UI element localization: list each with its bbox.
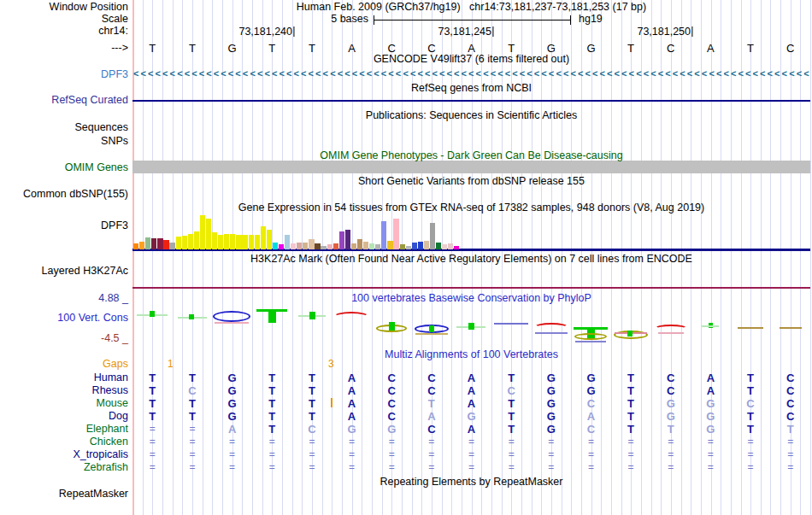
dbsnp-track-title[interactable]: Short Genetic Variants from dbSNP releas… <box>132 176 810 187</box>
gtex-expression-bar[interactable] <box>200 215 205 249</box>
gtex-expression-bar[interactable] <box>212 232 217 249</box>
alignment-base: = <box>660 436 682 448</box>
gtex-expression-bar[interactable] <box>351 243 356 249</box>
gtex-expression-bar[interactable] <box>279 244 284 249</box>
sequence-base: T <box>262 43 282 54</box>
gtex-expression-bar[interactable] <box>176 237 181 249</box>
gtex-expression-bar[interactable] <box>418 242 423 249</box>
h3k27ac-label[interactable]: Layered H3K27Ac <box>0 266 128 277</box>
gtex-expression-bar[interactable] <box>218 235 223 249</box>
species-label-zebrafish[interactable]: Zebrafish <box>0 462 128 473</box>
species-label-dog[interactable]: Dog <box>0 411 128 422</box>
genome-browser-image: Window Position Scale chr14: ---> Human … <box>0 0 812 515</box>
gtex-expression-bar[interactable] <box>442 244 447 249</box>
gtex-expression-bar[interactable] <box>230 234 235 249</box>
insertion-tick <box>331 398 332 407</box>
alignment-base: = <box>620 436 642 448</box>
gencode-track-title[interactable]: GENCODE V49lift37 (6 items filtered out) <box>132 54 810 65</box>
gtex-expression-bar[interactable] <box>255 235 260 249</box>
gtex-expression-bar[interactable] <box>273 243 278 249</box>
gtex-expression-bar[interactable] <box>333 243 338 249</box>
gtex-expression-bar[interactable] <box>145 237 150 249</box>
species-label-elephant[interactable]: Elephant <box>0 424 128 435</box>
gtex-expression-bar[interactable] <box>242 235 247 249</box>
omim-genes-label[interactable]: OMIM Genes <box>0 162 128 173</box>
repeatmasker-label[interactable]: RepeatMasker <box>0 489 128 500</box>
publications-snps-label[interactable]: SNPs <box>0 136 128 147</box>
gtex-expression-bar[interactable] <box>381 221 386 249</box>
alignment-base: T <box>620 385 642 396</box>
gtex-expression-bar[interactable] <box>424 241 429 249</box>
gtex-expression-bar[interactable] <box>363 242 368 249</box>
gtex-expression-bar[interactable] <box>188 234 193 249</box>
conservation-track-title[interactable]: 100 vertebrates Basewise Conservation by… <box>132 293 810 304</box>
gtex-expression-bar[interactable] <box>261 226 266 249</box>
gtex-expression-bar[interactable] <box>412 243 417 249</box>
gtex-expression-bar[interactable] <box>369 243 374 249</box>
gtex-expression-bar[interactable] <box>139 242 144 249</box>
gtex-expression-bar[interactable] <box>454 246 459 249</box>
omim-track-title[interactable]: OMIM Gene Phenotypes - Dark Green Can Be… <box>132 150 810 161</box>
gtex-expression-bar[interactable] <box>182 236 187 249</box>
gaps-label[interactable]: Gaps <box>0 359 128 370</box>
gtex-expression-bar[interactable] <box>249 235 254 249</box>
alignment-base: T <box>500 424 522 435</box>
gtex-expression-bar[interactable] <box>236 235 241 249</box>
gtex-expression-bar[interactable] <box>400 244 405 249</box>
gtex-expression-bar[interactable] <box>285 235 290 249</box>
repeatmasker-track-title[interactable]: Repeating Elements by RepeatMasker <box>132 477 810 488</box>
refseq-track-title[interactable]: RefSeq genes from NCBI <box>132 83 810 94</box>
gtex-expression-bar[interactable] <box>406 246 411 249</box>
gtex-expression-bar[interactable] <box>327 244 332 249</box>
publications-track-title[interactable]: Publications: Sequences in Scientific Ar… <box>132 110 810 121</box>
gtex-expression-bar[interactable] <box>194 231 199 249</box>
gtex-expression-bar[interactable] <box>151 238 156 249</box>
alignment-base: = <box>181 462 203 473</box>
gtex-expression-bar[interactable] <box>357 239 362 249</box>
species-label-chicken[interactable]: Chicken <box>0 436 128 448</box>
gtex-expression-bar[interactable] <box>224 234 229 249</box>
species-label-mouse[interactable]: Mouse <box>0 398 128 409</box>
omim-gene-bar[interactable] <box>132 161 810 173</box>
position-title: Human Feb. 2009 (GRCh37/hg19) chr14:73,1… <box>132 2 810 13</box>
gtex-expression-bar[interactable] <box>393 219 398 249</box>
gtex-expression-bar[interactable] <box>436 243 441 249</box>
gtex-expression-bar[interactable] <box>315 243 320 249</box>
gtex-gene-label[interactable]: DPF3 <box>0 220 128 231</box>
gtex-expression-bar[interactable] <box>291 243 296 249</box>
gtex-track-title[interactable]: Gene Expression in 54 tissues from GTEx … <box>132 202 810 214</box>
publications-sequences-label[interactable]: Sequences <box>0 122 128 133</box>
gtex-expression-bar[interactable] <box>448 243 453 249</box>
gtex-expression-bar[interactable] <box>297 243 302 249</box>
gtex-expression-bar[interactable] <box>206 219 211 249</box>
conservation-label[interactable]: 100 Vert. Cons <box>0 313 128 324</box>
gtex-expression-bar[interactable] <box>163 240 168 249</box>
gtex-expression-bar[interactable] <box>157 238 162 249</box>
gtex-expression-bar[interactable] <box>169 243 174 249</box>
gtex-expression-bar[interactable] <box>309 239 314 249</box>
species-label-x_tropicalis[interactable]: X_tropicalis <box>0 449 128 460</box>
species-label-human[interactable]: Human <box>0 372 128 383</box>
gtex-expression-bar[interactable] <box>430 223 435 249</box>
species-label-rhesus[interactable]: Rhesus <box>0 385 128 396</box>
gtex-expression-bar[interactable] <box>303 243 308 249</box>
gtex-expression-bar[interactable] <box>345 230 350 249</box>
gtex-expression-bar[interactable] <box>321 246 326 249</box>
alignment-base: G <box>460 411 482 422</box>
multiz-track-title[interactable]: Multiz Alignments of 100 Vertebrates <box>132 349 810 360</box>
gencode-transcript-arrows[interactable]: <<<<<<<<<<<<<<<<<<<<<<<<<<<<<<<<<<<<<<<<… <box>133 68 810 79</box>
refseq-curated-label[interactable]: RefSeq Curated <box>0 95 128 106</box>
gtex-expression-bar[interactable] <box>267 230 272 249</box>
gtex-expression-bar[interactable] <box>375 244 380 249</box>
alignment-base: = <box>699 462 721 473</box>
h3k27ac-track-title[interactable]: H3K27Ac Mark (Often Found Near Active Re… <box>132 254 810 265</box>
gtex-expression-bar[interactable] <box>339 231 344 249</box>
ruler-line <box>374 20 571 20</box>
h3k27ac-signal-line[interactable] <box>132 287 810 289</box>
dbsnp-label[interactable]: Common dbSNP(155) <box>0 189 128 200</box>
gtex-expression-bar[interactable] <box>133 243 138 249</box>
alignment-base: A <box>221 424 244 435</box>
gtex-expression-bar[interactable] <box>387 241 392 249</box>
refseq-gene-line[interactable] <box>132 100 810 102</box>
gencode-gene-label[interactable]: DPF3 <box>0 69 128 80</box>
